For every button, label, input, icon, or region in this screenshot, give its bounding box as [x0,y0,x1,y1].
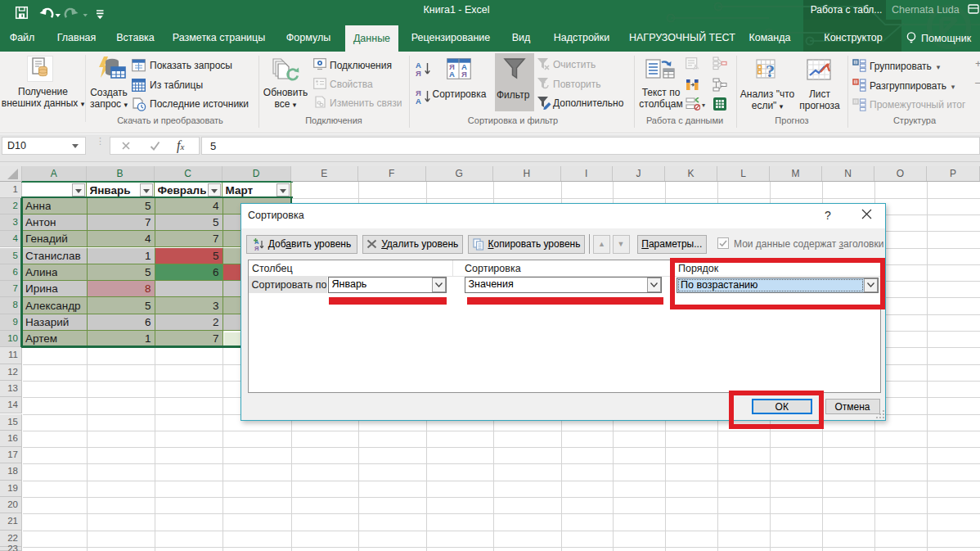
svg-text:А: А [449,70,455,79]
svg-text:Я: Я [416,69,421,78]
svg-text:Я: Я [254,244,258,251]
svg-text:Я: Я [461,70,467,79]
svg-text:?: ? [766,61,775,81]
svg-text:А: А [416,97,421,106]
